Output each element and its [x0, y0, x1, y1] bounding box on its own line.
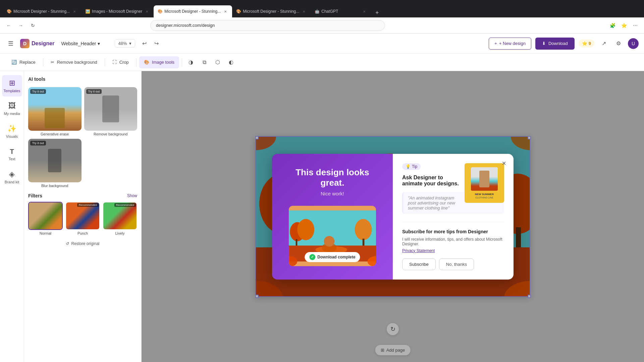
reload-button[interactable]: ↻: [28, 21, 38, 30]
sidebar-item-my-media[interactable]: 🖼 My media: [2, 98, 22, 119]
download-complete-badge: ✓ Download complete: [305, 252, 360, 262]
tab-3[interactable]: 🎨 Microsoft Designer - Stunning... ✕: [154, 5, 232, 17]
tab-4-close[interactable]: ✕: [301, 9, 307, 14]
plus-icon: +: [494, 41, 497, 46]
tip-icon: 💡: [406, 164, 411, 169]
filter-normal[interactable]: Normal: [28, 202, 63, 235]
sidebar-brand-label: Brand kit: [5, 180, 19, 184]
side-panel: AI tools Try it out Generative erase Try: [24, 71, 142, 362]
canvas-area[interactable]: ↻ ⊞ Add page This design looks great. Ni…: [142, 71, 644, 362]
tab-4-title: Microsoft Designer - Stunning...: [243, 9, 299, 14]
sidebar-item-brand[interactable]: ◈ Brand kit: [2, 166, 22, 188]
layers-icon-btn[interactable]: ⧉: [198, 56, 210, 68]
new-tab-button[interactable]: +: [372, 8, 382, 17]
tab-1-close[interactable]: ✕: [72, 9, 77, 14]
logo: D Designer: [20, 39, 54, 48]
browser-action-buttons: 🧩 ⭐ ⋯: [608, 21, 640, 30]
points-star-icon: ⭐: [582, 41, 587, 46]
tab-5-title: ChatGPT: [321, 9, 360, 14]
modal-overlay: This design looks great. Nice work!: [142, 71, 644, 362]
svg-point-40: [324, 236, 335, 247]
remove-bg-icon: ✂: [51, 60, 54, 65]
redo-button[interactable]: ↪: [151, 38, 162, 49]
crop-icon: ⛶: [112, 60, 117, 65]
sidebar-item-text[interactable]: T Text: [2, 143, 22, 165]
avatar[interactable]: U: [628, 38, 639, 49]
tab-1[interactable]: 🎨 Microsoft Designer - Stunning... ✕: [3, 5, 81, 17]
ai-tool-generative-erase[interactable]: Try it out Generative erase: [28, 87, 82, 136]
restore-original-button[interactable]: ↺ Restore original: [28, 239, 137, 248]
hamburger-menu-button[interactable]: ☰: [5, 38, 16, 49]
tip-label: Tip: [412, 164, 417, 169]
show-all-link[interactable]: Show: [127, 193, 137, 198]
ai-tools-grid: Try it out Generative erase Try it out: [28, 87, 137, 188]
address-input[interactable]: [150, 20, 385, 31]
tab-2-title: Images - Microsoft Designer: [92, 9, 142, 14]
no-thanks-button[interactable]: No, thanks: [439, 258, 474, 270]
left-sidebar: ⊞ Templates 🖼 My media ✨ Visuals T Text …: [0, 71, 24, 362]
templates-icon: ⊞: [9, 79, 15, 87]
sidebar-item-templates[interactable]: ⊞ Templates: [2, 75, 22, 97]
logo-icon: D: [20, 39, 30, 48]
accessibility-icon-btn[interactable]: ⬡: [212, 56, 224, 68]
back-button[interactable]: ←: [4, 21, 13, 30]
animate-preview-card: NEW SUMMER CLOTHING LINE: [465, 163, 504, 203]
zoom-control[interactable]: 48% ▾: [115, 39, 135, 48]
subscribe-desc: I will receive information, tips, and of…: [402, 237, 504, 246]
browser-menu-icon[interactable]: ⋯: [631, 21, 640, 30]
tab-3-favicon: 🎨: [158, 9, 162, 14]
tab-4-favicon: 🎨: [236, 9, 241, 14]
ai-tool-blur-background[interactable]: Try it out Blur background: [28, 139, 82, 188]
image-tools-label: Image tools: [152, 60, 174, 65]
filter-lively[interactable]: Recommended Lively: [103, 202, 137, 235]
download-complete-modal: This design looks great. Nice work!: [272, 154, 514, 280]
extensions-icon[interactable]: 🧩: [608, 21, 617, 30]
animate-preview-text2: CLOTHING LINE: [475, 196, 493, 199]
lively-recommended-badge: Recommended: [114, 203, 136, 207]
adjust-icon-btn[interactable]: ◑: [185, 56, 197, 68]
logo-text: Designer: [32, 41, 54, 47]
new-design-button[interactable]: + + New design: [489, 38, 531, 50]
tab-2[interactable]: 🖼️ Images - Microsoft Designer ✕: [81, 5, 154, 17]
undo-button[interactable]: ↩: [139, 38, 150, 49]
tab-4[interactable]: 🎨 Microsoft Designer - Stunning... ✕: [232, 5, 311, 17]
tab-5[interactable]: 🤖 ChatGPT ✕: [311, 5, 371, 17]
remove-background-button[interactable]: ✂ Remove background: [46, 56, 102, 68]
filter-punch[interactable]: Recommended Punch: [65, 202, 100, 235]
modal-close-button[interactable]: ✕: [499, 159, 509, 169]
forward-button[interactable]: →: [16, 21, 25, 30]
crop-label: Crop: [119, 60, 129, 65]
tab-5-close[interactable]: ✕: [362, 9, 367, 14]
download-icon: ⬇: [542, 41, 546, 46]
tab-2-close[interactable]: ✕: [144, 9, 150, 14]
tab-3-close[interactable]: ✕: [223, 9, 228, 14]
animate-preview-text1: NEW SUMMER: [475, 193, 494, 196]
replace-button[interactable]: 🔄 Replace: [7, 56, 40, 68]
design-name-label: Website_Header: [61, 41, 96, 46]
ai-tool-remove-background[interactable]: Try it out Remove background: [84, 87, 138, 136]
download-button[interactable]: ⬇ Download: [535, 38, 575, 50]
crop-button[interactable]: ⛶ Crop: [108, 56, 133, 68]
settings-button[interactable]: ⚙: [613, 38, 624, 49]
remove-background-card: Try it out: [84, 87, 138, 131]
color-icon-btn[interactable]: ◐: [225, 56, 237, 68]
toolbar-separator-1: [43, 58, 43, 66]
undo-redo-group: ↩ ↪: [139, 38, 162, 49]
subscribe-button[interactable]: Subscribe: [402, 258, 436, 270]
filter-normal-label: Normal: [28, 231, 63, 235]
sidebar-item-visuals[interactable]: ✨ Visuals: [2, 121, 22, 142]
generative-erase-card: Try it out: [28, 87, 82, 131]
modal-left-panel: This design looks great. Nice work!: [272, 154, 393, 280]
try-it-badge-1: Try it out: [30, 89, 46, 94]
design-name-dropdown[interactable]: Website_Header ▾: [58, 40, 102, 48]
points-badge[interactable]: ⭐ 9: [579, 40, 594, 47]
filter-punch-label: Punch: [65, 231, 100, 235]
share-button[interactable]: ↗: [598, 38, 609, 49]
try-it-badge-2: Try it out: [86, 89, 102, 94]
privacy-statement-link[interactable]: Privacy Statement: [402, 248, 504, 253]
modal-right-panel: ✕ 💡 Tip NEW SUMMER: [393, 154, 514, 280]
tab-1-favicon: 🎨: [7, 9, 11, 14]
favorites-icon[interactable]: ⭐: [619, 21, 629, 30]
image-tools-button[interactable]: 🎨 Image tools: [139, 56, 179, 68]
main-area: ⊞ Templates 🖼 My media ✨ Visuals T Text …: [0, 71, 644, 362]
